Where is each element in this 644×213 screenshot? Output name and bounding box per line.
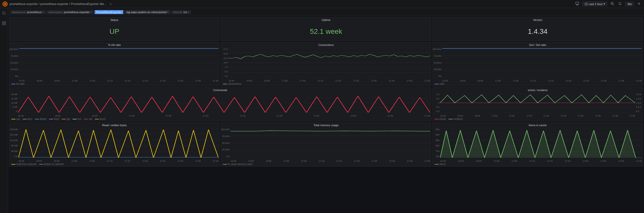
breadcrumb: prometheus-exporter / prometheus-exporte… — [10, 2, 107, 6]
sidebar-search-icon[interactable] — [1, 10, 7, 16]
svg-rect-18 — [2, 23, 4, 25]
status-value: UP — [109, 28, 119, 36]
top-bar-right: Last 1 hour ▾ 30s — [574, 1, 642, 7]
read-write-y-axis: 238 MB191 MB143 MB95 MB48 MB0 B — [9, 128, 18, 158]
hit-ratio-y-axis: 100.00%75.00%50.00%25.00%0% — [9, 48, 19, 77]
svg-rect-3 — [576, 2, 579, 4]
svg-line-9 — [586, 4, 587, 5]
items-cache-panel: Items in cache 950900850800750700 — [432, 122, 643, 167]
read-write-legend: read from network written to network — [9, 162, 219, 166]
commands-legend-incr: incr — [73, 118, 81, 120]
read-write-panel: Read / written bytes 238 MB191 MB143 MB9… — [9, 122, 220, 167]
read-write-x-axis: 16:4516:5016:5517:0017:0517:1017:1517:20… — [18, 160, 218, 162]
items-cache-svg — [440, 128, 642, 158]
target-filter[interactable]: stg-saas-system-ec-memcached ▾ — [124, 10, 170, 14]
get-set-ratio-y-axis: 100.00%75.00%50.00%25.00%0% — [433, 48, 442, 77]
version-content: 1.4.34 — [433, 22, 643, 41]
datasource-filter[interactable]: datasource prometheus ▾ — [10, 10, 46, 14]
evicts-legend: evicts reclaims — [433, 117, 643, 121]
settings-button[interactable] — [636, 2, 642, 7]
read-write-title: Read / written bytes — [9, 123, 219, 127]
namespace-value: prometheus-exporter — [64, 11, 90, 14]
evicts-chart-area: 1.00.50-0.5-1.0 1.6 K1.4 K1.2 K1.0 K8 K — [433, 92, 643, 117]
filter-bar: datasource prometheus ▾ namespace promet… — [8, 8, 644, 16]
interval-filter[interactable]: interval 1m ▾ — [171, 10, 191, 14]
time-range-button[interactable]: Last 1 hour ▾ — [582, 2, 607, 6]
time-range-label: Last 1 hour — [589, 3, 603, 6]
read-write-legend-write: written to network — [39, 163, 64, 166]
main-content: datasource prometheus ▾ namespace promet… — [8, 8, 644, 213]
get-set-ratio-svg — [442, 48, 642, 77]
commands-legend-get: get — [62, 118, 70, 120]
prometheus-exporter-tab[interactable]: PrometheusExporter — [95, 10, 124, 14]
hit-ratio-chart-area: 100.00%75.00%50.00%25.00%0% 16:4516:5016… — [9, 47, 219, 82]
monitor-button[interactable] — [574, 1, 580, 7]
items-cache-y-axis: 950900850800750700 — [433, 128, 440, 158]
evicts-svg — [440, 93, 635, 113]
namespace-label: namespace — [48, 11, 63, 14]
hit-ratio-svg — [19, 48, 218, 77]
top-bar: prometheus-exporter / prometheus-exporte… — [0, 0, 644, 8]
target-value: stg-saas-system-ec-memcached — [126, 11, 166, 14]
dashboard-grid: Status UP Uptime 52.1 week Version 1.4.3… — [8, 16, 644, 213]
refresh-picker-button[interactable] — [617, 2, 623, 7]
connections-panel: Connections 17.515.012.510.07.55.02.5 — [221, 42, 431, 86]
total-memory-svg — [231, 128, 430, 158]
interval-caret: ▾ — [188, 11, 189, 13]
evicts-title: evicts / reclaims — [433, 88, 643, 92]
time-range-caret: ▾ — [604, 2, 605, 6]
total-memory-legend: % used memory used — [221, 162, 431, 166]
uptime-title: Uptime — [221, 17, 431, 22]
get-set-ratio-title: Get / Set ratio — [433, 42, 643, 47]
items-cache-chart-area: 950900850800750700 16:4516:5016:5517:001… — [433, 127, 643, 162]
datasource-value: prometheus — [27, 11, 41, 14]
datasource-label: datasource — [12, 11, 26, 14]
refresh-interval-button[interactable]: 30s — [625, 2, 634, 6]
zoom-out-button[interactable] — [609, 2, 615, 7]
target-caret: ▾ — [167, 11, 168, 13]
interval-value: 1m — [183, 11, 187, 14]
get-set-ratio-panel: Get / Set ratio 100.00%75.00%50.00%25.00… — [432, 42, 643, 86]
items-cache-legend: items — [433, 162, 643, 166]
evicts-panel: evicts / reclaims 1.00.50-0.5-1.0 1.6 K1… — [432, 87, 643, 121]
commands-title: Commands — [9, 88, 431, 92]
evicts-y-axis-left: 1.00.50-0.5-1.0 — [433, 93, 440, 113]
svg-point-13 — [639, 3, 640, 4]
svg-rect-19 — [4, 23, 6, 25]
sidebar-dashboard-icon[interactable] — [1, 20, 7, 26]
namespace-filter[interactable]: namespace prometheus-exporter ▾ — [47, 10, 94, 14]
total-memory-panel: Total memory usage 100.00%75.00%50.00%25… — [221, 122, 431, 167]
share-icon[interactable]: ⎘ — [110, 3, 112, 6]
version-title: Version — [433, 17, 643, 22]
commands-svg — [18, 93, 430, 113]
connections-title: Connections — [221, 42, 431, 47]
items-cache-x-axis: 16:4516:5016:5517:0017:0517:1017:1517:20… — [440, 160, 642, 162]
connections-chart-area: 17.515.012.510.07.55.02.5 16:4516:5016:5… — [221, 47, 431, 82]
svg-line-11 — [613, 4, 614, 5]
commands-chart-area: 20 Mil15 Mil10 Mil5 Mil0 16:4516:5016:55… — [9, 92, 431, 117]
total-memory-chart-area: 100.00%75.00%50.00%25.00%0% 16:4516:5016… — [221, 127, 431, 162]
hit-ratio-x-axis: 16:4516:5016:5517:0017:0517:1017:1517:20… — [19, 79, 218, 82]
hit-ratio-legend: hit ratio — [9, 82, 219, 86]
total-memory-y-axis: 100.00%75.00%50.00%25.00%0% — [221, 128, 231, 158]
top-bar-left: prometheus-exporter / prometheus-exporte… — [2, 1, 112, 7]
items-cache-legend-item: items — [435, 163, 446, 166]
get-set-ratio-x-axis: 16:4516:5016:5517:0017:0517:1017:1517:20… — [442, 79, 642, 82]
status-content: UP — [9, 22, 219, 41]
commands-y-axis: 20 Mil15 Mil10 Mil5 Mil0 — [9, 93, 18, 113]
commands-legend-touch: touch — [95, 118, 106, 120]
commands-panel: Commands 20 Mil15 Mil10 Mil5 Mil0 16:451… — [9, 87, 431, 121]
evicts-y-axis-right: 1.6 K1.4 K1.2 K1.0 K8 K — [635, 93, 643, 113]
status-panel: Status UP — [9, 17, 220, 41]
namespace-caret: ▾ — [91, 11, 92, 13]
commands-legend: cas decr delete flush get incr set touch — [9, 117, 431, 121]
get-set-ratio-legend: ratio — [433, 82, 643, 86]
status-title: Status — [9, 17, 219, 22]
evicts-x-axis: 16:4516:5016:5517:0017:0517:1017:1517:20… — [440, 115, 635, 117]
read-write-svg — [18, 128, 218, 158]
commands-legend-cas: cas — [11, 118, 20, 120]
connections-x-axis: 16:4516:5016:5517:0017:0517:1017:1517:20… — [229, 79, 430, 82]
evicts-legend-evicts: evicts — [435, 118, 446, 120]
svg-point-2 — [4, 3, 6, 5]
svg-rect-17 — [4, 21, 6, 23]
